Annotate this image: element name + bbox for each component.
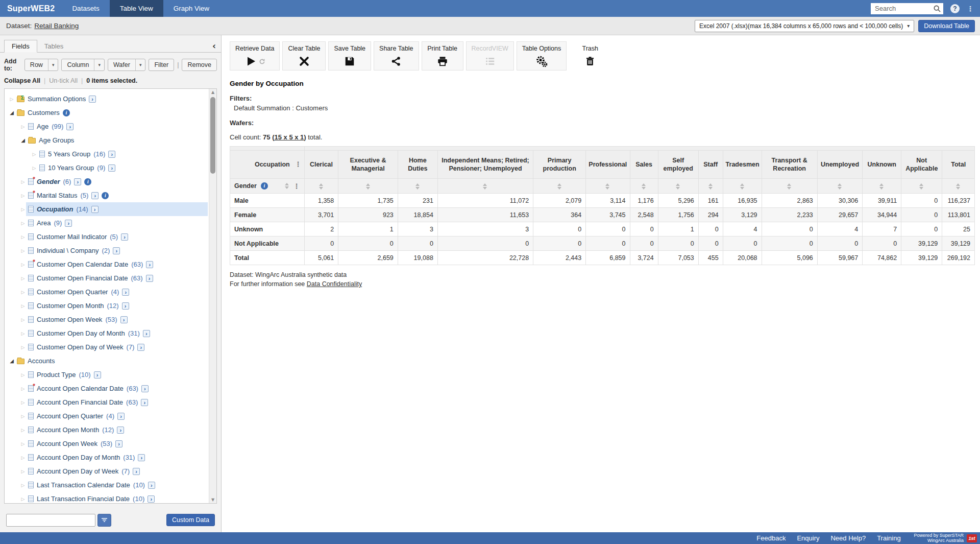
- column-header-staff[interactable]: Staff: [698, 151, 723, 179]
- column-header-executive-managerial[interactable]: Executive & Managerial: [338, 151, 398, 179]
- tree-item-gender[interactable]: ▷*Gender(6)›i: [5, 175, 208, 188]
- column-dropdown-icon[interactable]: ▾: [94, 59, 104, 70]
- footer-link-enquiry[interactable]: Enquiry: [797, 534, 819, 542]
- expand-expander-icon[interactable]: ▷: [20, 303, 26, 309]
- column-header-primary-production[interactable]: Primary production: [533, 151, 586, 179]
- expand-expander-icon[interactable]: ▷: [31, 152, 37, 157]
- open-field-arrow-button[interactable]: ›: [133, 468, 140, 475]
- sort-icon[interactable]: [676, 183, 680, 190]
- column-header-professional[interactable]: Professional: [586, 151, 630, 179]
- open-field-arrow-button[interactable]: ›: [141, 399, 148, 406]
- column-header-total[interactable]: Total: [942, 151, 975, 179]
- collapse-all-link[interactable]: Collapse All: [4, 77, 40, 84]
- tree-item-customer-open-day-of-month[interactable]: ▷Customer Open Day of Month(31)›: [5, 326, 208, 340]
- tree-item-product-type[interactable]: ▷Product Type(10)›: [5, 368, 208, 382]
- add-to-filter-button[interactable]: Filter: [149, 59, 174, 71]
- open-field-arrow-button[interactable]: ›: [148, 482, 155, 489]
- sort-icon[interactable]: [838, 183, 842, 190]
- expand-expander-icon[interactable]: ▷: [20, 414, 26, 419]
- tree-item-customer-open-month[interactable]: ▷Customer Open Month(12)›: [5, 299, 208, 313]
- tree-item-account-open-week[interactable]: ▷Account Open Week(53)›: [5, 437, 208, 451]
- open-field-arrow-button[interactable]: ›: [122, 289, 129, 296]
- custom-data-button[interactable]: Custom Data: [166, 514, 215, 526]
- wafer-dropdown-icon[interactable]: ▾: [135, 59, 145, 70]
- expand-expander-icon[interactable]: ▷: [20, 193, 26, 198]
- expand-expander-icon[interactable]: ▷: [20, 372, 26, 377]
- help-icon[interactable]: ?: [950, 4, 960, 13]
- expand-expander-icon[interactable]: ▷: [20, 179, 26, 184]
- column-header-clerical[interactable]: Clerical: [304, 151, 338, 179]
- open-field-arrow-button[interactable]: ›: [122, 302, 129, 310]
- sort-icon[interactable]: [285, 183, 289, 189]
- column-header-home-duties[interactable]: Home Duties: [398, 151, 437, 179]
- expand-expander-icon[interactable]: ▷: [20, 428, 26, 433]
- sort-icon[interactable]: [557, 183, 562, 190]
- open-field-arrow-button[interactable]: ›: [115, 440, 122, 447]
- tree-item-customer-mail-indicator[interactable]: ▷Customer Mail Indicator(5)›: [5, 230, 208, 244]
- sort-icon[interactable]: [319, 183, 324, 190]
- open-field-arrow-button[interactable]: ›: [108, 164, 115, 172]
- open-field-arrow-button[interactable]: ›: [89, 96, 96, 103]
- sort-icon[interactable]: [740, 183, 745, 190]
- tab-fields[interactable]: Fields: [4, 40, 37, 53]
- row-dropdown-icon[interactable]: ▾: [48, 59, 58, 70]
- info-icon[interactable]: i: [84, 178, 91, 185]
- tree-item-account-open-day-of-month[interactable]: ▷Account Open Day of Month(31)›: [5, 451, 208, 464]
- tree-item-area[interactable]: ▷Area(9)›: [5, 216, 208, 230]
- column-header-unemployed[interactable]: Unemployed: [817, 151, 862, 179]
- tree-item-last-transaction-calendar-date[interactable]: ▷Last Transaction Calendar Date(10)›: [5, 478, 208, 492]
- tree-item-customer-open-week[interactable]: ▷Customer Open Week(53)›: [5, 313, 208, 326]
- trash-button[interactable]: Trash: [569, 41, 611, 70]
- export-format-select[interactable]: Excel 2007 (.xlsx)(max 16,384 columns x …: [695, 20, 914, 32]
- collapse-expander-icon[interactable]: ◢: [20, 137, 26, 143]
- sort-icon[interactable]: [708, 183, 713, 190]
- open-field-arrow-button[interactable]: ›: [120, 316, 128, 323]
- tree-item-last-transaction-financial-date[interactable]: ▷Last Transaction Financial Date(10)›: [5, 492, 208, 503]
- expand-expander-icon[interactable]: ▷: [20, 317, 26, 322]
- search-icon[interactable]: [933, 5, 941, 15]
- open-field-arrow-button[interactable]: ›: [143, 330, 150, 337]
- sidebar-collapse-icon[interactable]: ‹: [212, 41, 216, 51]
- occupation-menu-icon[interactable]: ⋮: [295, 160, 302, 169]
- expand-expander-icon[interactable]: ▷: [20, 483, 26, 488]
- download-table-button[interactable]: Download Table: [918, 20, 975, 32]
- expand-expander-icon[interactable]: ▷: [20, 469, 26, 474]
- expand-expander-icon[interactable]: ▷: [20, 248, 26, 253]
- tree-item-account-open-quarter[interactable]: ▷Account Open Quarter(4)›: [5, 409, 208, 423]
- tree-item-customer-open-financial-date[interactable]: ▷Customer Open Financial Date(63)›: [5, 271, 208, 285]
- tab-datasets[interactable]: Datasets: [62, 0, 109, 17]
- tab-graph-view[interactable]: Graph View: [163, 0, 219, 17]
- tree-item-customer-open-quarter[interactable]: ▷Customer Open Quarter(4)›: [5, 285, 208, 299]
- table-options-button[interactable]: Table Options: [517, 41, 567, 70]
- sort-icon[interactable]: [642, 183, 646, 190]
- print-table-button[interactable]: Print Table: [422, 41, 463, 70]
- share-table-button[interactable]: Share Table: [374, 41, 419, 70]
- sort-icon[interactable]: [483, 183, 487, 190]
- tree-item-marital-status[interactable]: ▷*Marital Status(5)›i: [5, 188, 208, 202]
- scroll-down-icon[interactable]: ▼: [209, 498, 216, 502]
- sort-icon[interactable]: [956, 183, 961, 190]
- retrieve-data-button[interactable]: Retrieve Data: [230, 41, 280, 70]
- expand-expander-icon[interactable]: ▷: [20, 331, 26, 336]
- overflow-menu-icon[interactable]: ⋮: [967, 5, 974, 13]
- tree-item-age-groups[interactable]: ◢Age Groups: [5, 133, 208, 147]
- tab-table-view[interactable]: Table View: [110, 0, 163, 17]
- open-field-arrow-button[interactable]: ›: [117, 413, 125, 420]
- clear-table-button[interactable]: Clear Table: [282, 41, 326, 70]
- open-field-arrow-button[interactable]: ›: [65, 220, 72, 227]
- search-input[interactable]: [871, 3, 943, 14]
- dataset-name-link[interactable]: Retail Banking: [34, 22, 79, 30]
- expand-expander-icon[interactable]: ▷: [20, 221, 26, 226]
- tree-item-summation-options[interactable]: ▷ΣSummation Options›: [5, 92, 208, 106]
- collapse-expander-icon[interactable]: ◢: [9, 110, 15, 115]
- open-field-arrow-button[interactable]: ›: [146, 275, 153, 282]
- column-header-transport-recreation[interactable]: Transport & Recreation: [762, 151, 817, 179]
- expand-expander-icon[interactable]: ▷: [20, 290, 26, 295]
- expand-expander-icon[interactable]: ▷: [20, 345, 26, 350]
- info-icon[interactable]: i: [102, 192, 109, 199]
- column-header-not-applicable[interactable]: Not Applicable: [901, 151, 942, 179]
- collapse-expander-icon[interactable]: ◢: [9, 358, 15, 364]
- column-header-unknown[interactable]: Unknown: [863, 151, 901, 179]
- expand-expander-icon[interactable]: ▷: [20, 386, 26, 391]
- open-field-arrow-button[interactable]: ›: [91, 192, 99, 199]
